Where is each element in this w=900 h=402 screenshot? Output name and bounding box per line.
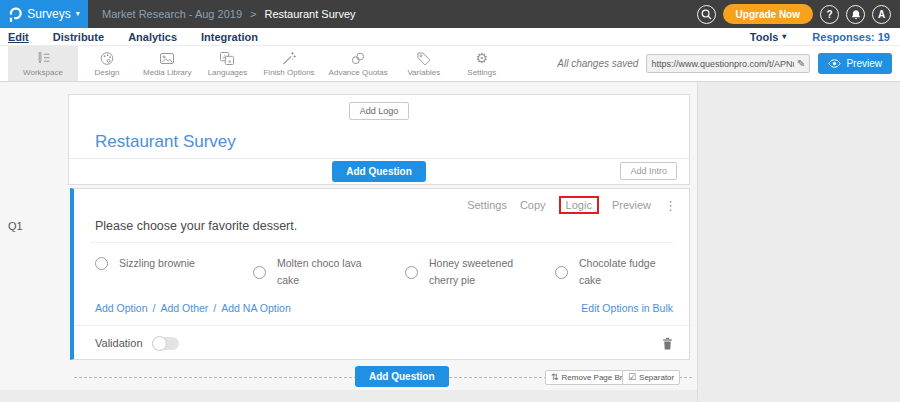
caret-down-icon: ▾ <box>76 10 80 18</box>
edit-options-in-bulk-link[interactable]: Edit Options in Bulk <box>581 302 673 314</box>
gear-icon: ⚙ <box>475 50 488 66</box>
nav-right: Tools ▾ Responses: 19 <box>750 31 900 43</box>
svg-text:a: a <box>228 57 231 63</box>
search-icon <box>701 9 712 20</box>
question-actions: Settings Copy Logic Preview ⋮ <box>467 196 677 214</box>
toolbar-item-label: Finish Options <box>263 68 314 77</box>
question-number: Q1 <box>8 220 23 232</box>
svg-text:A: A <box>223 53 227 59</box>
option-label[interactable]: Honey sweetened cherry pie <box>429 255 521 289</box>
image-icon <box>159 50 175 66</box>
toolbar-item-label: Variables <box>407 68 440 77</box>
magic-wand-icon <box>281 50 297 66</box>
header-bottom-row: Add Question Add Intro <box>69 159 689 184</box>
add-na-option-link[interactable]: Add NA Option <box>221 302 290 314</box>
add-question-button-bottom[interactable]: Add Question <box>355 366 449 387</box>
answer-option: Chocolate fudge cake <box>555 255 673 289</box>
save-status: All changes saved <box>557 58 638 69</box>
topbar: Surveys ▾ Market Research - Aug 2019 > R… <box>0 0 900 28</box>
checkbox-checked-icon: ☑ <box>628 373 636 382</box>
surveys-product-menu[interactable]: Surveys ▾ <box>0 0 88 28</box>
option-label[interactable]: Sizzling brownie <box>119 255 195 272</box>
avatar[interactable]: A <box>872 5 891 24</box>
tools-label: Tools <box>750 31 779 43</box>
separator-toggle-button[interactable]: ☑ Separator <box>622 370 680 385</box>
add-option-link[interactable]: Add Option <box>95 302 148 314</box>
question-logic-action[interactable]: Logic <box>559 196 599 214</box>
breadcrumb-current: Restaurant Survey <box>264 8 355 20</box>
validation-label: Validation <box>95 337 143 349</box>
breadcrumb-parent[interactable]: Market Research - Aug 2019 <box>102 8 242 20</box>
caret-down-icon: ▾ <box>782 33 786 41</box>
title-row: Restaurant Survey <box>69 126 689 159</box>
toolbar-item-label: Advance Quotas <box>329 68 388 77</box>
questionpro-logo-icon <box>8 6 22 23</box>
delete-question-button[interactable] <box>662 337 673 350</box>
eye-icon <box>828 59 841 68</box>
question-preview-action[interactable]: Preview <box>612 199 651 211</box>
survey-header-card: Add Logo Restaurant Survey Add Question … <box>68 94 690 185</box>
product-menu-label: Surveys <box>27 7 70 21</box>
pencil-icon[interactable]: ✎ <box>797 58 805 69</box>
toolbar-item-advance-quotas[interactable]: Advance Quotas <box>322 46 395 81</box>
toolbar-item-variables[interactable]: Variables <box>395 46 453 81</box>
tab-edit[interactable]: Edit <box>8 31 29 43</box>
page-break-icon: ⇅ <box>551 373 559 382</box>
answer-option: Honey sweetened cherry pie <box>405 255 555 289</box>
topbar-actions: Upgrade Now ? A <box>697 4 900 24</box>
add-other-link[interactable]: Add Other <box>160 302 208 314</box>
toggle-knob <box>152 336 167 351</box>
survey-url-input[interactable] <box>651 59 794 69</box>
toolbar-item-design[interactable]: Design <box>78 46 136 81</box>
answer-options: Sizzling brownie Molten choco lava cake … <box>95 255 673 289</box>
toolbar-item-settings[interactable]: ⚙ Settings <box>453 46 511 81</box>
toolbar-item-languages[interactable]: A a Languages <box>198 46 256 81</box>
add-question-button[interactable]: Add Question <box>332 161 426 182</box>
divider <box>74 325 689 326</box>
workspace-icon <box>35 50 51 66</box>
validation-row: Validation <box>95 332 673 354</box>
add-logo-button[interactable]: Add Logo <box>349 102 410 120</box>
preview-button[interactable]: Preview <box>818 53 892 74</box>
tab-distribute[interactable]: Distribute <box>53 31 104 43</box>
kebab-menu-icon[interactable]: ⋮ <box>664 198 677 213</box>
bell-icon <box>851 9 861 20</box>
toolbar-item-workspace[interactable]: Workspace <box>8 46 78 81</box>
question-text[interactable]: Please choose your favorite dessert. <box>95 219 297 233</box>
breadcrumb-separator: > <box>250 8 256 20</box>
link-separator: / <box>213 302 216 314</box>
validation-toggle[interactable] <box>152 337 179 350</box>
radio-button[interactable] <box>95 257 108 270</box>
notifications-button[interactable] <box>846 5 865 24</box>
answer-option: Molten choco lava cake <box>253 255 405 289</box>
option-label[interactable]: Chocolate fudge cake <box>579 255 671 289</box>
nav-tabs: Edit Distribute Analytics Integration <box>0 31 258 43</box>
help-button[interactable]: ? <box>820 5 839 24</box>
radio-button[interactable] <box>405 266 418 279</box>
question-copy-action[interactable]: Copy <box>520 199 546 211</box>
translate-icon: A a <box>219 50 235 66</box>
toolbar-item-finish-options[interactable]: Finish Options <box>256 46 321 81</box>
upgrade-now-button[interactable]: Upgrade Now <box>723 4 813 24</box>
tab-integration[interactable]: Integration <box>201 31 258 43</box>
page-footer-row: Add Question ⇅ Remove Page Break ☑ Separ… <box>68 366 692 390</box>
radio-button[interactable] <box>555 266 568 279</box>
option-label[interactable]: Molten choco lava cake <box>277 255 369 289</box>
survey-url-box: ✎ <box>646 54 810 73</box>
breadcrumb: Market Research - Aug 2019 > Restaurant … <box>102 8 356 20</box>
radio-button[interactable] <box>253 266 266 279</box>
search-button[interactable] <box>697 5 716 24</box>
preview-label: Preview <box>846 58 882 69</box>
divider <box>90 242 673 243</box>
survey-title[interactable]: Restaurant Survey <box>95 132 236 152</box>
tab-analytics[interactable]: Analytics <box>128 31 177 43</box>
separator-label: Separator <box>639 373 674 382</box>
trash-icon <box>662 337 673 350</box>
responses-count[interactable]: Responses: 19 <box>812 31 890 43</box>
question-settings-action[interactable]: Settings <box>467 199 507 211</box>
add-intro-button[interactable]: Add Intro <box>620 162 677 180</box>
toolbar-item-media-library[interactable]: Media Library <box>136 46 198 81</box>
toolbar-item-label: Settings <box>467 68 496 77</box>
toolbar-item-label: Media Library <box>143 68 191 77</box>
tools-menu[interactable]: Tools ▾ <box>750 31 787 43</box>
